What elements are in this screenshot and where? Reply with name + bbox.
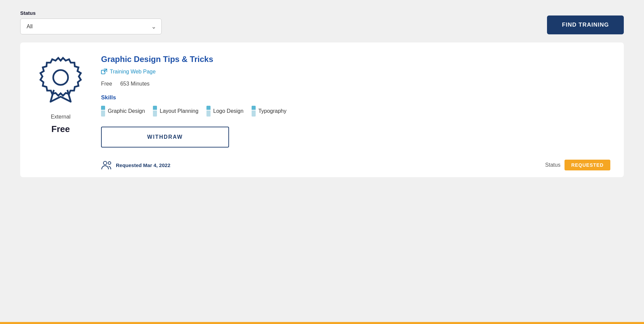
skill-bar-icon [252,106,256,117]
svg-point-0 [53,70,68,85]
skill-name: Typography [258,108,287,114]
card-type: External [51,114,71,120]
svg-point-3 [108,162,111,164]
status-select[interactable]: AllRequestedEnrolledCompletedWithdrawn [20,19,162,34]
training-card: External Free Graphic Design Tips & Tric… [20,42,624,177]
bottom-accent-bar [0,322,644,324]
find-training-button[interactable]: FIND TRAINING [547,15,624,34]
training-link-text: Training Web Page [110,69,156,75]
external-link-icon [101,69,107,75]
skill-name: Logo Design [213,108,244,114]
badge-icon [34,55,88,108]
card-footer: Requested Mar 4, 2022 Status REQUESTED [101,154,610,177]
card-right-panel: Graphic Design Tips & Tricks Training We… [101,55,610,177]
skill-item-logo-design: Logo Design [206,106,244,117]
filter-row: Status AllRequestedEnrolledCompletedWith… [20,10,624,34]
skill-bar-icon [153,106,157,117]
people-icon [101,160,112,170]
skill-bar-icon [206,106,211,117]
card-left-panel: External Free [34,55,88,177]
skill-name: Layout Planning [160,108,198,114]
skill-bar-icon [101,106,105,117]
training-title: Graphic Design Tips & Tricks [101,55,610,64]
skill-item-layout-planning: Layout Planning [153,106,198,117]
status-right: Status REQUESTED [545,160,610,170]
skill-name: Graphic Design [108,108,145,114]
svg-rect-1 [101,70,105,74]
status-select-wrapper: AllRequestedEnrolledCompletedWithdrawn ⌄ [20,19,162,34]
withdraw-section: WITHDRAW [101,127,610,154]
skills-list: Graphic Design Layout Planning Logo Desi… [101,106,610,117]
svg-point-2 [103,161,107,165]
skill-item-graphic-design: Graphic Design [101,106,145,117]
status-right-label: Status [545,162,560,168]
skills-label: Skills [101,94,610,101]
requested-date: Requested Mar 4, 2022 [116,162,170,168]
status-filter-group: Status AllRequestedEnrolledCompletedWith… [20,10,162,34]
status-badge: REQUESTED [565,160,610,170]
status-filter-label: Status [20,10,162,16]
skill-item-typography: Typography [252,106,287,117]
training-meta: Free 653 Minutes [101,81,610,87]
training-web-page-link[interactable]: Training Web Page [101,69,156,75]
card-price: Free [52,124,70,134]
training-cost: Free [101,81,112,87]
training-duration: 653 Minutes [120,81,150,87]
requested-info: Requested Mar 4, 2022 [101,160,170,170]
withdraw-button[interactable]: WITHDRAW [101,127,229,148]
